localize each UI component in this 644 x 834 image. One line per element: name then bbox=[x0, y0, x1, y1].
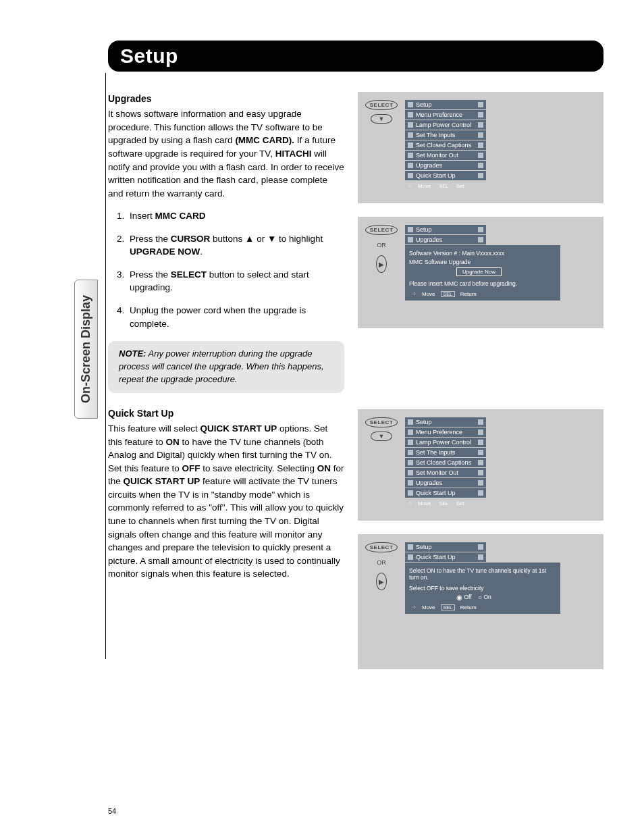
osd-header: Setup bbox=[405, 100, 486, 109]
flag-icon bbox=[408, 173, 413, 178]
vertical-rule bbox=[105, 73, 106, 659]
menu-item[interactable]: Set Monitor Out bbox=[405, 468, 486, 477]
down-button[interactable]: ▼ bbox=[371, 432, 392, 441]
osd-footer: ⁘MoveSELReturn bbox=[409, 289, 556, 299]
insert-card-msg: Please Insert MMC card before upgrading. bbox=[409, 280, 556, 287]
flag-icon bbox=[408, 429, 413, 435]
menu-item[interactable]: Set The Inputs bbox=[405, 448, 486, 457]
flag-icon bbox=[408, 554, 413, 560]
flag-icon bbox=[478, 163, 483, 168]
flag-icon bbox=[408, 112, 413, 118]
flag-icon bbox=[408, 450, 413, 455]
osd-header: Setup bbox=[405, 542, 486, 552]
flag-icon bbox=[408, 163, 413, 168]
flag-icon bbox=[478, 122, 483, 128]
note-label: NOTE: bbox=[119, 348, 146, 359]
flag-icon bbox=[408, 419, 413, 425]
flag-icon bbox=[478, 480, 483, 486]
radio-off-icon[interactable]: ◉ bbox=[456, 594, 462, 601]
menu-item[interactable]: Quick Start Up bbox=[405, 488, 486, 498]
flag-icon bbox=[478, 132, 483, 138]
flag-icon bbox=[478, 554, 483, 560]
select-button[interactable]: SELECT bbox=[365, 542, 398, 552]
quickstart-off-msg: Select OFF to save electricity bbox=[409, 585, 556, 592]
quickstart-on-msg: Select ON to have the TV tune channels q… bbox=[409, 567, 556, 581]
step-1: Insert MMC CARD bbox=[127, 209, 344, 223]
menu-item[interactable]: Upgrades bbox=[405, 478, 486, 488]
move-arrows-icon: ⁘ bbox=[408, 183, 412, 189]
flag-icon bbox=[408, 480, 413, 486]
breadcrumb-row: Quick Start Up bbox=[405, 552, 486, 562]
mmc-upgrade-label: MMC Software Upgrade bbox=[409, 259, 556, 265]
flag-icon bbox=[478, 102, 483, 107]
move-arrows-icon: ⁘ bbox=[412, 291, 417, 297]
menu-item[interactable]: Set Closed Captions bbox=[405, 458, 486, 467]
software-version: Software Version # : Main Vxxxx.xxxx bbox=[409, 250, 556, 257]
down-button[interactable]: ▼ bbox=[371, 114, 392, 124]
menu-item[interactable]: Upgrades bbox=[405, 161, 486, 170]
title-bar: Setup bbox=[108, 41, 603, 72]
osd-footer: ⁘MoveSELSet bbox=[405, 498, 540, 509]
menu-item[interactable]: Menu Preference bbox=[405, 427, 486, 437]
flag-icon bbox=[478, 450, 483, 455]
flag-icon bbox=[408, 132, 413, 138]
right-button[interactable]: ▶ bbox=[376, 573, 387, 590]
flag-icon bbox=[478, 237, 483, 242]
menu-item[interactable]: Set Monitor Out bbox=[405, 151, 486, 160]
radio-row: ◉ Off ○ On bbox=[456, 594, 556, 601]
upgrades-heading: Upgrades bbox=[108, 92, 344, 105]
select-button[interactable]: SELECT bbox=[365, 417, 398, 427]
menu-item[interactable]: Menu Preference bbox=[405, 110, 486, 120]
radio-on-icon[interactable]: ○ bbox=[478, 594, 482, 601]
select-button[interactable]: SELECT bbox=[365, 100, 398, 110]
breadcrumb-row: Upgrades bbox=[405, 235, 486, 244]
flag-icon bbox=[408, 440, 413, 445]
sel-badge: SEL bbox=[437, 500, 451, 506]
menu-item[interactable]: Lamp Power Control bbox=[405, 438, 486, 447]
note-box: NOTE: Any power interruption during the … bbox=[108, 341, 344, 393]
flag-icon bbox=[408, 122, 413, 128]
flag-icon bbox=[478, 544, 483, 550]
flag-icon bbox=[408, 544, 413, 550]
flag-icon bbox=[408, 227, 413, 232]
page-title: Setup bbox=[120, 45, 591, 68]
flag-icon bbox=[478, 429, 483, 435]
flag-icon bbox=[478, 153, 483, 158]
menu-item[interactable]: Set Closed Captions bbox=[405, 140, 486, 150]
flag-icon bbox=[408, 460, 413, 465]
osd-panel-quickstart: SELECT OR ▶ Setup Quick Start Up Select … bbox=[358, 534, 603, 669]
upgrades-intro: It shows software information and easy u… bbox=[108, 107, 344, 200]
flag-icon bbox=[408, 470, 413, 475]
flag-icon bbox=[478, 227, 483, 232]
right-button[interactable]: ▶ bbox=[376, 255, 387, 273]
flag-icon bbox=[408, 237, 413, 242]
osd-header: Setup bbox=[405, 417, 486, 427]
osd-footer: ⁘MoveSELSet bbox=[405, 181, 540, 191]
osd-header: Setup bbox=[405, 225, 486, 234]
flag-icon bbox=[408, 102, 413, 107]
menu-item[interactable]: Set The Inputs bbox=[405, 130, 486, 140]
or-label: OR bbox=[377, 242, 386, 249]
flag-icon bbox=[408, 153, 413, 158]
side-tab: On-Screen Display bbox=[74, 280, 98, 419]
quickstart-body: This feature will select QUICK START UP … bbox=[108, 422, 344, 581]
upgrade-now-button[interactable]: Upgrade Now bbox=[456, 267, 502, 276]
upgrade-steps: Insert MMC CARD Press the CURSOR buttons… bbox=[115, 209, 344, 330]
flag-icon bbox=[408, 490, 413, 496]
sel-badge: SEL bbox=[441, 291, 455, 297]
step-4: Unplug the power cord when the upgrade i… bbox=[127, 304, 344, 330]
flag-icon bbox=[478, 173, 483, 178]
flag-icon bbox=[408, 142, 413, 148]
menu-item[interactable]: Lamp Power Control bbox=[405, 120, 486, 130]
menu-item[interactable]: Quick Start Up bbox=[405, 171, 486, 180]
osd-panel-upgrades: SELECT OR ▶ Setup Upgrades Software Vers… bbox=[358, 217, 603, 328]
select-button[interactable]: SELECT bbox=[365, 225, 398, 235]
sel-badge: SEL bbox=[441, 604, 455, 610]
note-text: Any power interruption during the upgrad… bbox=[119, 348, 324, 384]
flag-icon bbox=[478, 112, 483, 118]
osd-panel-setup-menu-1: SELECT ▼ Setup Menu Preference Lamp Powe… bbox=[358, 92, 603, 203]
osd-panel-setup-menu-2: SELECT ▼ Setup Menu Preference Lamp Powe… bbox=[358, 409, 603, 521]
page-number: 54 bbox=[108, 807, 116, 815]
or-label: OR bbox=[377, 559, 386, 566]
move-arrows-icon: ⁘ bbox=[408, 500, 412, 506]
